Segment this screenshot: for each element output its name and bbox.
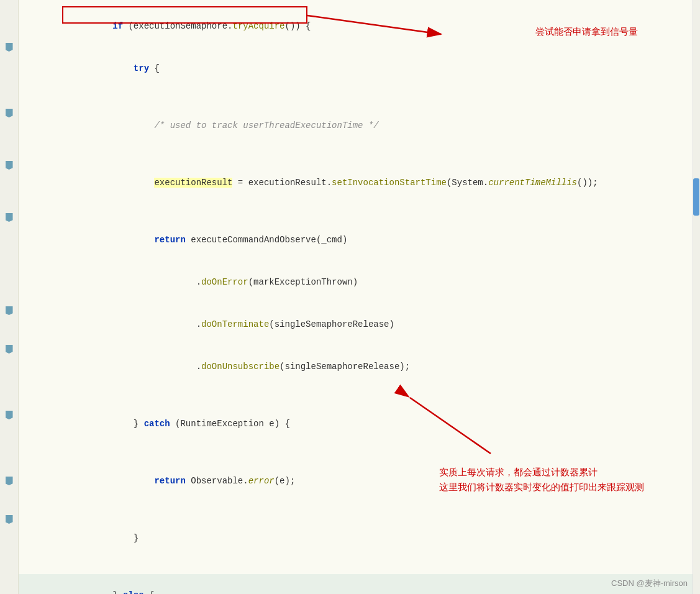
annotation-top-label: 尝试能否申请拿到信号量 xyxy=(535,26,638,38)
scrollbar-thumb[interactable] xyxy=(693,178,699,216)
annotation-bottom-line2: 这里我们将计数器实时变化的值打印出来跟踪观测 xyxy=(439,482,644,492)
bookmark-3[interactable] xyxy=(6,161,13,170)
code-line xyxy=(19,388,700,403)
code-line: .doOnTerminate(singleSemaphoreRelease) xyxy=(19,303,700,345)
line-content-2: try { xyxy=(19,48,700,89)
code-line: .doOnUnsubscribe(singleSemaphoreRelease)… xyxy=(19,345,700,388)
annotation-bottom-label: 实质上每次请求，都会通过计数器累计 这里我们将计数器实时变化的值打印出来跟踪观测 xyxy=(439,465,644,495)
bookmark-4[interactable] xyxy=(6,213,13,222)
code-line: .doOnError(markExceptionThrown) xyxy=(19,261,700,303)
editor-container: if (executionSemaphore.tryAcquire()) { t… xyxy=(0,0,700,594)
code-line xyxy=(19,204,700,219)
code-line xyxy=(19,502,700,517)
code-line xyxy=(19,559,700,574)
section-top: if (executionSemaphore.tryAcquire()) { t… xyxy=(19,0,700,594)
bookmark-6[interactable] xyxy=(6,345,13,354)
code-line xyxy=(19,445,700,460)
bookmark-8[interactable] xyxy=(6,477,13,485)
code-line: try { xyxy=(19,47,700,89)
annotation-bottom-line1: 实质上每次请求，都会通过计数器累计 xyxy=(439,467,598,477)
code-line xyxy=(19,89,700,104)
watermark: CSDN @麦神-mirson xyxy=(611,578,688,589)
left-gutter xyxy=(0,0,19,594)
bookmark-7[interactable] xyxy=(6,411,13,419)
code-line: executionResult = executionResult.setInv… xyxy=(19,162,700,204)
code-line: } else { xyxy=(19,574,700,594)
code-line: } catch (RuntimeException e) { xyxy=(19,403,700,445)
bookmark-5[interactable] xyxy=(6,306,13,315)
bookmark-2[interactable] xyxy=(6,109,13,117)
bookmark-9[interactable] xyxy=(6,515,13,524)
code-line: return executeCommandAndObserve(_cmd) xyxy=(19,219,700,261)
scrollbar-vertical[interactable] xyxy=(693,0,700,594)
bookmark-1[interactable] xyxy=(6,43,13,52)
code-line: /* used to track userThreadExecutionTime… xyxy=(19,104,700,147)
code-area: if (executionSemaphore.tryAcquire()) { t… xyxy=(19,0,700,594)
code-line: } xyxy=(19,517,700,559)
code-line xyxy=(19,147,700,162)
